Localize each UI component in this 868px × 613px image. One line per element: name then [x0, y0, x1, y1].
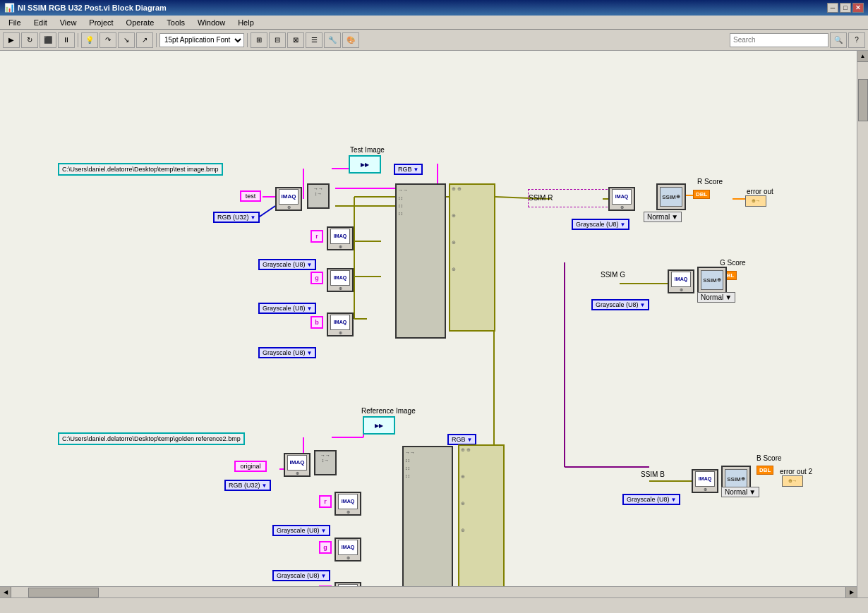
abort-button[interactable]: ⬛ — [40, 32, 56, 48]
ssim-block-g[interactable]: SSIM⊕ — [697, 267, 727, 293]
rgb-u32-enum-1[interactable]: RGB (U32) ▼ — [213, 212, 260, 223]
b-score-label: B Score — [757, 454, 782, 462]
gray-u8-enum-7[interactable]: Grayscale (U8) ▼ — [272, 570, 330, 581]
run-cont-button[interactable]: ↻ — [21, 32, 38, 48]
ssim-b-label: SSIM B — [641, 471, 665, 478]
ssim-g-label: SSIM G — [601, 271, 625, 279]
search-button[interactable]: 🔍 — [830, 32, 847, 48]
pause-button[interactable]: ⏸ — [58, 32, 75, 48]
error-out-terminal-r: ⊕→ — [745, 195, 766, 207]
reference-image-label: Reference Image — [361, 407, 416, 415]
junction-cluster-test: →→ ↕↕ ↕↕ ↕↕ — [395, 183, 446, 339]
orig-strconst: original — [234, 461, 267, 472]
gray-u8-enum-4[interactable]: Grayscale (U8) ▼ — [572, 219, 629, 230]
imaq-b-top[interactable]: IMAQ ⊕ — [327, 312, 354, 336]
gray-u8-enum-9[interactable]: Grayscale (U8) ▼ — [622, 494, 680, 505]
imaq-read-ref[interactable]: IMAQ ⊕ — [284, 453, 311, 477]
app-icon: 📊 — [4, 3, 15, 13]
r-score-label: R Score — [697, 178, 723, 186]
menu-view[interactable]: View — [54, 17, 83, 28]
ssim-block-r[interactable]: SSIM⊕ — [656, 183, 686, 210]
menu-help[interactable]: Help — [232, 17, 260, 28]
rgb-u32-enum-2[interactable]: RGB (U32) ▼ — [224, 480, 271, 491]
g-score-label: G Score — [720, 259, 746, 267]
imaq-after-ssimb[interactable]: IMAQ ⊕ — [692, 469, 718, 493]
dbl-r: DBL — [693, 190, 710, 199]
imaq-g-ref[interactable]: IMAQ ⊕ — [334, 538, 361, 562]
b-label-top: b — [311, 316, 323, 329]
g-label-top: g — [311, 272, 323, 284]
titlebar-left: 📊 NI SSIM RGB U32 Post.vi Block Diagram — [4, 3, 167, 13]
error-out-terminal-b: ⊕→ — [782, 475, 803, 487]
search-input[interactable] — [730, 33, 828, 47]
gray-u8-enum-6[interactable]: Grayscale (U8) ▼ — [272, 525, 330, 536]
scrollbar-horizontal[interactable]: ◀ ▶ — [0, 586, 857, 597]
menu-edit[interactable]: Edit — [28, 17, 53, 28]
menu-operate[interactable]: Operate — [121, 17, 160, 28]
font-select[interactable]: 15pt Application Font — [159, 33, 244, 47]
r-label-top: r — [311, 230, 323, 243]
align-button[interactable]: ⊞ — [251, 32, 267, 48]
titlebar-controls: ─ □ ✕ — [827, 3, 864, 13]
test-image-label: Test Image — [350, 146, 385, 154]
titlebar-title: NI SSIM RGB U32 Post.vi Block Diagram — [18, 4, 167, 12]
status-bar — [0, 597, 868, 613]
tools-palette[interactable]: 🔧 — [324, 32, 341, 48]
canvas-area: Test Image ▶▶ C:\Users\daniel.delatorre\… — [0, 51, 868, 613]
ref-filepath-const: C:\Users\daniel.delatorre\Desktop\temp\g… — [58, 432, 245, 445]
imaq-read-test[interactable]: IMAQ ⊕ — [275, 187, 302, 211]
error-out2-label: error out 2 — [780, 468, 812, 475]
main-junction-ref: ⊕ ⊕⊕ ⊕ ⊕ — [458, 444, 505, 593]
highlight-button[interactable]: 💡 — [81, 32, 98, 48]
gray-u8-enum-5[interactable]: Grayscale (U8) ▼ — [591, 299, 649, 310]
step-over-button[interactable]: ↷ — [100, 32, 116, 48]
reorder-button[interactable]: ⊠ — [287, 32, 304, 48]
test-image-vi[interactable]: ▶▶ — [349, 155, 381, 174]
sep3 — [247, 33, 248, 47]
imaq-after-ssimr[interactable]: IMAQ ⊕ — [608, 187, 635, 211]
rgb-enum-2[interactable]: RGB ▼ — [447, 434, 476, 445]
main-junction-test: ⊕ ⊕⊕ ⊕ ⊕ — [449, 183, 495, 332]
toolbar: ▶ ↻ ⬛ ⏸ 💡 ↷ ↘ ↗ 15pt Application Font ⊞ … — [0, 30, 868, 51]
gray-u8-enum-2[interactable]: Grayscale (U8) ▼ — [258, 303, 316, 314]
imaq-r-top[interactable]: IMAQ ⊕ — [327, 226, 354, 250]
imaq-g-top[interactable]: IMAQ ⊕ — [327, 268, 354, 292]
junction-cluster-ref: →→ ↕↕ ↕↕ ↕↕ — [402, 446, 453, 601]
imaq-r-ref[interactable]: IMAQ ⊕ — [334, 492, 361, 516]
step-out-button[interactable]: ↗ — [136, 32, 153, 48]
step-into-button[interactable]: ↘ — [118, 32, 135, 48]
r-label-ref: r — [319, 495, 332, 508]
ssim-r-region — [528, 189, 611, 207]
error-out-label: error out — [747, 188, 773, 195]
rgb-enum-1[interactable]: RGB ▼ — [394, 164, 423, 175]
menu-project[interactable]: Project — [83, 17, 119, 28]
maximize-button[interactable]: □ — [840, 3, 851, 13]
g-label-ref: g — [319, 541, 332, 554]
sep2 — [156, 33, 157, 47]
bundle-cluster-1: →→↕→ — [307, 183, 330, 209]
normal-dropdown-b[interactable]: Normal ▼ — [721, 487, 759, 497]
imaq-after-ssimg[interactable]: IMAQ ⊕ — [668, 269, 694, 293]
run-button[interactable]: ▶ — [3, 32, 20, 48]
minimize-button[interactable]: ─ — [827, 3, 838, 13]
menu-tools[interactable]: Tools — [161, 17, 191, 28]
dbl-b: DBL — [757, 466, 773, 475]
test-filepath-const: C:\Users\daniel.delatorre\Desktop\temp\t… — [58, 163, 223, 176]
cleanup-button[interactable]: ☰ — [306, 32, 323, 48]
menu-file[interactable]: File — [3, 17, 27, 28]
bundle-cluster-ref: →→↕→ — [314, 450, 337, 475]
titlebar: 📊 NI SSIM RGB U32 Post.vi Block Diagram … — [0, 0, 868, 16]
ref-image-vi[interactable]: ▶▶ — [363, 416, 395, 435]
help-button[interactable]: ? — [848, 32, 865, 48]
test-strconst: test — [240, 190, 261, 202]
distribute-button[interactable]: ⊟ — [269, 32, 286, 48]
menu-window[interactable]: Window — [192, 17, 231, 28]
scrollbar-vertical[interactable]: ▲ ▼ — [857, 51, 868, 613]
normal-dropdown-r[interactable]: Normal ▼ — [644, 212, 682, 222]
gray-u8-enum-3[interactable]: Grayscale (U8) ▼ — [258, 347, 316, 358]
color-button[interactable]: 🎨 — [342, 32, 359, 48]
gray-u8-enum-1[interactable]: Grayscale (U8) ▼ — [258, 259, 316, 270]
close-button[interactable]: ✕ — [852, 3, 864, 13]
menubar: File Edit View Project Operate Tools Win… — [0, 16, 868, 30]
normal-dropdown-g[interactable]: Normal ▼ — [697, 292, 735, 303]
